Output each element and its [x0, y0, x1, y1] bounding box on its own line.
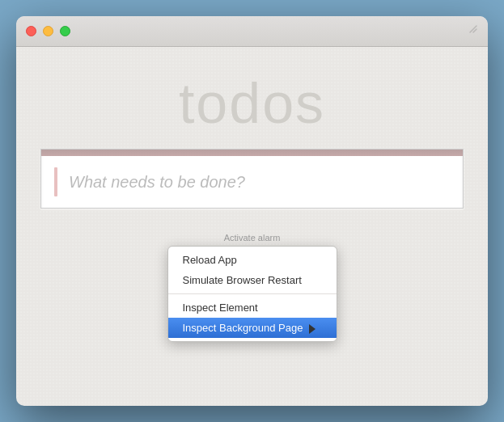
context-menu-container: Activate alarm Reload App Simulate Brows… [40, 233, 464, 342]
cursor-indicator [309, 324, 316, 334]
menu-item-inspect-background[interactable]: Inspect Background Page [168, 318, 337, 338]
input-field-row: What needs to be done? [41, 156, 463, 208]
menu-item-reload[interactable]: Reload App [168, 250, 337, 270]
close-button[interactable] [26, 26, 36, 36]
menu-item-inspect-element[interactable]: Inspect Element [168, 298, 337, 318]
input-placeholder[interactable]: What needs to be done? [69, 173, 245, 192]
input-header-bar [41, 150, 463, 156]
context-menu-divider [168, 293, 337, 294]
input-left-accent [54, 167, 57, 196]
app-title: todos [40, 71, 464, 136]
title-bar [16, 16, 488, 47]
activate-alarm-label: Activate alarm [224, 233, 281, 243]
minimize-button[interactable] [43, 26, 53, 36]
resize-icon [468, 24, 478, 34]
traffic-lights [26, 26, 70, 36]
context-menu: Reload App Simulate Browser Restart Insp… [167, 246, 337, 342]
window-content: todos What needs to be done? Activate al… [16, 47, 488, 358]
todo-input-area: What needs to be done? [40, 149, 464, 209]
app-window: todos What needs to be done? Activate al… [16, 16, 488, 406]
maximize-button[interactable] [60, 26, 70, 36]
menu-item-simulate[interactable]: Simulate Browser Restart [168, 270, 337, 290]
